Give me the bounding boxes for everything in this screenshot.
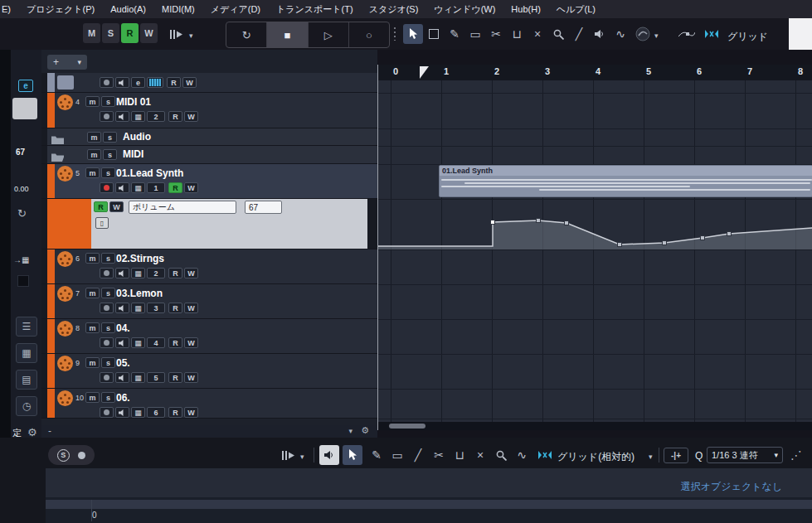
read-button[interactable]: R — [168, 303, 182, 313]
folder-name[interactable]: MIDI — [123, 148, 143, 160]
record-enable-button[interactable] — [100, 407, 114, 418]
automation-parameter-dropdown[interactable]: ボリューム — [129, 201, 236, 214]
monitor-button[interactable] — [115, 182, 129, 193]
read-button[interactable]: R — [168, 407, 182, 418]
acoustic-feedback-button[interactable] — [319, 445, 339, 465]
track-solo-button[interactable]: s — [101, 392, 115, 403]
quantize-toggle[interactable]: Q — [695, 450, 703, 462]
track-solo-button[interactable]: s — [101, 167, 115, 178]
channel-box[interactable]: 6 — [147, 407, 165, 418]
play-button[interactable]: ▷ — [309, 22, 349, 47]
scrollbar-thumb[interactable] — [389, 424, 425, 429]
record-enable-button[interactable] — [100, 77, 114, 88]
gear-icon[interactable]: ⚙ — [27, 426, 37, 438]
write-button[interactable]: W — [184, 407, 198, 418]
add-track-button[interactable]: + ▾ — [47, 55, 87, 70]
record-enable-button[interactable] — [100, 182, 114, 193]
track-row-strings[interactable]: 6 m s 02.Stirngs ▦ 2 R W — [41, 249, 377, 284]
channel-box[interactable]: 5 — [147, 372, 165, 383]
input-routing-icon[interactable]: →▦ — [13, 255, 29, 264]
track-solo-button[interactable]: s — [101, 253, 115, 264]
monitor-button[interactable] — [115, 337, 129, 348]
line-tool[interactable]: ╱ — [569, 24, 589, 44]
record-enable-button[interactable] — [100, 268, 114, 278]
write-button[interactable]: W — [184, 268, 198, 278]
read-button[interactable]: R — [168, 268, 182, 278]
automation-curve[interactable] — [378, 199, 812, 249]
record-enable-button[interactable] — [100, 372, 114, 383]
grid-mode-dropdown[interactable]: グリッド(相対的) — [557, 450, 635, 464]
track-solo-button[interactable]: s — [103, 132, 117, 143]
write-button[interactable]: W — [184, 337, 198, 348]
record-enable-button[interactable] — [100, 111, 114, 122]
instrument-icon-button[interactable]: ▦ — [131, 337, 145, 348]
editor-ruler-area[interactable]: 0 — [46, 497, 812, 523]
zoom-tool[interactable] — [548, 24, 568, 44]
edit-channel-button[interactable]: e — [131, 77, 145, 88]
monitor-button[interactable] — [115, 372, 129, 383]
split-tool[interactable]: ✂ — [429, 445, 449, 465]
instrument-icon-button[interactable]: ▦ — [131, 111, 145, 122]
automation-point[interactable] — [727, 232, 732, 236]
mute-tool[interactable]: × — [528, 24, 547, 44]
menu-item-audio[interactable]: Audio(A) — [110, 4, 146, 14]
track-mute-button[interactable]: m — [85, 322, 100, 333]
global-read-button[interactable]: R — [121, 23, 139, 43]
track-row-partial[interactable]: e R W — [41, 73, 377, 93]
track-mute-button[interactable]: m — [87, 149, 101, 160]
instrument-icon-button[interactable]: ▦ — [131, 372, 145, 383]
document-section-icon[interactable]: ▤ — [16, 370, 37, 390]
mute-tool[interactable]: × — [470, 445, 490, 465]
triplet-grid-icon[interactable]: ⋰ — [786, 445, 806, 465]
zoom-tool[interactable] — [491, 445, 511, 465]
track-row-05[interactable]: 9 m s 05. ▦ 5 R W — [41, 354, 377, 389]
mixer-section-icon[interactable]: ☰ — [16, 317, 37, 337]
erase-tool[interactable]: ▭ — [387, 445, 407, 465]
project-cursor-flag[interactable] — [420, 66, 429, 79]
write-button[interactable]: W — [184, 372, 198, 383]
global-mute-button[interactable]: M — [83, 23, 100, 43]
read-button[interactable]: R — [167, 77, 181, 88]
track-name[interactable]: 06. — [116, 392, 130, 404]
automation-point[interactable] — [618, 243, 622, 247]
select-tool[interactable] — [343, 445, 362, 465]
read-button[interactable]: R — [168, 337, 182, 348]
audition-tool[interactable] — [590, 24, 610, 44]
monitor-button[interactable] — [115, 111, 129, 122]
quantize-preset-dropdown[interactable]: 1/16 3 連符 ▾ — [707, 447, 783, 463]
color-tool-button[interactable] — [633, 24, 653, 44]
grid-section-icon[interactable]: ▦ — [16, 343, 37, 363]
track-solo-button[interactable]: s — [101, 357, 115, 368]
zoom-out-button[interactable]: - — [48, 425, 51, 437]
folder-row-audio[interactable]: m s Audio — [41, 128, 377, 146]
draw-tool[interactable]: ✎ — [445, 24, 464, 44]
refresh-icon[interactable]: ↻ — [17, 207, 27, 220]
chevron-down-icon[interactable]: ▾ — [348, 427, 353, 435]
horizontal-scrollbar[interactable] — [378, 422, 812, 430]
monitor-button[interactable] — [115, 303, 129, 313]
grid-type-label[interactable]: グリッド — [727, 30, 768, 44]
track-solo-button[interactable]: s — [103, 149, 117, 160]
track-row-06[interactable]: 10 m s 06. ▦ 6 R W — [41, 389, 377, 419]
write-button[interactable]: W — [184, 303, 198, 313]
read-button[interactable]: R — [168, 372, 182, 383]
automation-lane-body[interactable]: R W ボリューム 67 ▯ — [91, 199, 367, 249]
write-button[interactable]: W — [182, 77, 197, 88]
splitter-line[interactable] — [377, 65, 378, 430]
keyboard-icon-button[interactable] — [147, 77, 163, 88]
track-mute-button[interactable]: m — [87, 132, 101, 143]
editor-record-icon[interactable] — [78, 452, 85, 459]
record-enable-button[interactable] — [100, 337, 114, 348]
select-tool[interactable] — [403, 24, 423, 44]
autoscroll-dropdown[interactable]: ▾ — [300, 453, 304, 461]
monitor-button[interactable] — [115, 77, 129, 88]
record-enable-button[interactable] — [100, 303, 114, 313]
track-row-04[interactable]: 8 m s 04. ▦ 4 R W — [41, 319, 377, 354]
write-button[interactable]: W — [184, 182, 198, 193]
monitor-button[interactable] — [115, 407, 129, 418]
menu-item-hub[interactable]: Hub(H) — [511, 4, 540, 14]
channel-box[interactable]: 1 — [147, 182, 165, 193]
track-row-lemon[interactable]: 7 m s 03.Lemon ▦ 3 R W — [41, 284, 377, 319]
track-mute-button[interactable]: m — [85, 253, 100, 264]
track-row-midi01[interactable]: 4 m s MIDI 01 ▦ 2 R W — [41, 93, 377, 128]
